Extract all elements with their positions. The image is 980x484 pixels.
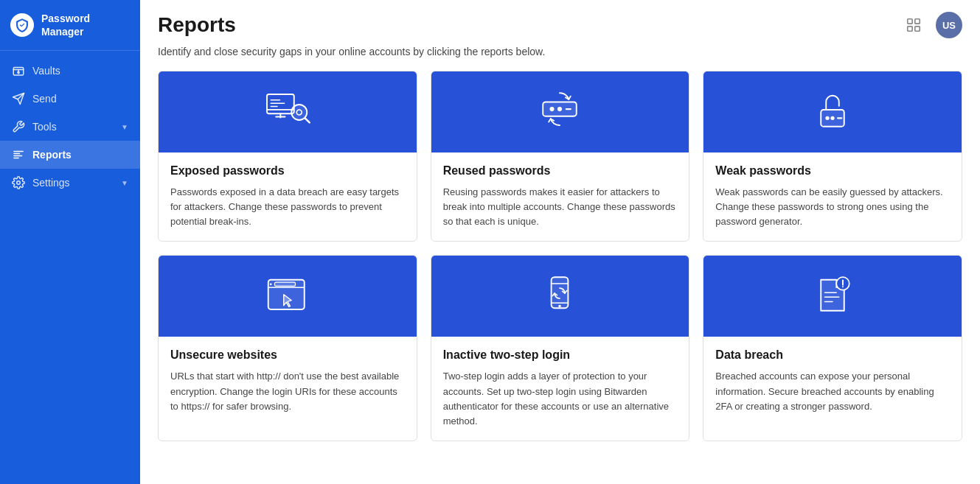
exposed-passwords-desc: Passwords exposed in a data breach are e…	[170, 185, 405, 229]
svg-rect-11	[908, 27, 912, 31]
svg-point-29	[831, 116, 835, 120]
sidebar-item-settings[interactable]: Settings ▼	[0, 169, 140, 197]
sidebar-item-send-label: Send	[32, 93, 57, 105]
weak-passwords-desc: Weak passwords can be easily guessed by …	[715, 185, 950, 229]
app-logo	[10, 13, 34, 37]
weak-passwords-body: Weak passwords Weak passwords can be eas…	[703, 152, 962, 241]
inactive-two-step-card[interactable]: Inactive two-step login Two-step login a…	[431, 255, 690, 441]
inactive-two-step-desc: Two-step login adds a layer of protectio…	[443, 369, 678, 429]
sidebar-header: Password Manager	[0, 0, 140, 51]
svg-point-8	[17, 181, 21, 185]
svg-point-34	[270, 284, 272, 286]
tools-chevron-icon: ▼	[121, 123, 128, 131]
inactive-two-step-body: Inactive two-step login Two-step login a…	[431, 337, 689, 441]
exposed-passwords-card[interactable]: Exposed passwords Passwords exposed in a…	[158, 71, 417, 242]
exposed-passwords-title: Exposed passwords	[170, 164, 405, 178]
svg-point-38	[559, 305, 562, 308]
top-bar: Reports US	[140, 0, 980, 38]
svg-rect-33	[274, 283, 295, 287]
weak-passwords-image	[703, 71, 962, 152]
page-title: Reports	[158, 13, 236, 37]
sidebar-nav: Vaults Send Tools ▼	[0, 51, 140, 203]
data-breach-card[interactable]: Data breach Breached accounts can expose…	[703, 255, 962, 441]
sidebar-item-send[interactable]: Send	[0, 85, 140, 113]
inactive-two-step-image	[431, 256, 689, 337]
unsecure-websites-body: Unsecure websites URLs that start with h…	[159, 337, 417, 425]
data-breach-body: Data breach Breached accounts can expose…	[703, 337, 962, 425]
settings-icon	[12, 176, 25, 189]
weak-passwords-title: Weak passwords	[715, 164, 950, 178]
top-bar-actions: US	[902, 12, 962, 38]
data-breach-image	[703, 256, 962, 337]
sidebar-item-reports-label: Reports	[32, 149, 72, 161]
sidebar-item-tools-label: Tools	[32, 121, 57, 133]
unsecure-websites-desc: URLs that start with http:// don't use t…	[170, 369, 405, 413]
sidebar-item-reports[interactable]: Reports	[0, 141, 140, 169]
svg-rect-10	[915, 19, 920, 24]
weak-passwords-card[interactable]: Weak passwords Weak passwords can be eas…	[703, 71, 962, 242]
unsecure-websites-card[interactable]: Unsecure websites URLs that start with h…	[158, 255, 417, 441]
unsecure-websites-image	[159, 256, 417, 337]
exposed-passwords-image	[159, 71, 417, 152]
sidebar-item-vaults[interactable]: Vaults	[0, 57, 140, 85]
grid-view-icon[interactable]	[902, 13, 925, 37]
svg-point-44	[842, 287, 844, 288]
sidebar-item-settings-label: Settings	[32, 177, 70, 189]
reused-passwords-desc: Reusing passwords makes it easier for at…	[443, 185, 678, 229]
svg-rect-12	[915, 27, 920, 31]
svg-point-24	[550, 107, 555, 111]
settings-chevron-icon: ▼	[121, 179, 128, 187]
inactive-two-step-title: Inactive two-step login	[443, 348, 678, 362]
user-avatar[interactable]: US	[936, 12, 962, 38]
vault-icon	[12, 64, 25, 77]
app-name: Password Manager	[41, 12, 130, 38]
reused-passwords-title: Reused passwords	[443, 164, 678, 178]
data-breach-desc: Breached accounts can expose your person…	[715, 369, 950, 413]
page-subtitle: Identify and close security gaps in your…	[140, 38, 980, 71]
exposed-passwords-body: Exposed passwords Passwords exposed in a…	[159, 152, 417, 241]
reused-passwords-card[interactable]: Reused passwords Reusing passwords makes…	[431, 71, 690, 242]
tools-icon	[12, 120, 25, 133]
unsecure-websites-title: Unsecure websites	[170, 348, 405, 362]
reused-passwords-image	[431, 71, 689, 152]
svg-rect-9	[908, 19, 912, 24]
data-breach-title: Data breach	[715, 348, 950, 362]
svg-line-21	[305, 118, 309, 122]
sidebar: Password Manager Vaults Sen	[0, 0, 140, 484]
reports-icon	[12, 148, 25, 161]
svg-point-28	[826, 116, 830, 120]
sidebar-item-vaults-label: Vaults	[32, 65, 60, 77]
send-icon	[12, 92, 25, 105]
sidebar-item-tools[interactable]: Tools ▼	[0, 113, 140, 141]
report-cards-grid: Exposed passwords Passwords exposed in a…	[140, 71, 980, 459]
main-content: Reports US Identify and close security g…	[140, 0, 980, 484]
svg-point-25	[557, 107, 562, 111]
reused-passwords-body: Reused passwords Reusing passwords makes…	[431, 152, 689, 241]
svg-rect-13	[267, 94, 294, 113]
